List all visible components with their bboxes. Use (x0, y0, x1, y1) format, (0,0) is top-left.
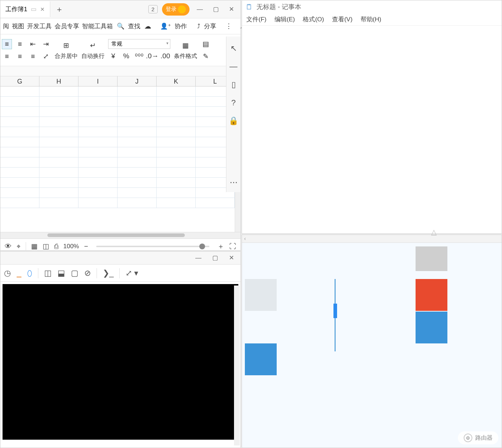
table-row[interactable] (0, 168, 235, 178)
cell[interactable] (0, 198, 39, 208)
cell[interactable] (157, 107, 196, 117)
cell[interactable] (78, 157, 118, 167)
cell[interactable] (39, 168, 78, 177)
cell[interactable] (157, 157, 196, 167)
cell[interactable] (157, 198, 196, 208)
cell[interactable] (157, 86, 196, 96)
prompt-icon[interactable]: ❯_ (103, 269, 114, 278)
cell[interactable] (78, 86, 118, 96)
decimal-inc-icon[interactable]: .0→ (147, 51, 157, 61)
more-icon[interactable]: ⋮ (224, 21, 233, 32)
tile-grey-small[interactable] (416, 246, 447, 271)
cell[interactable] (78, 198, 118, 208)
cursor-icon[interactable]: ↖ (230, 44, 237, 53)
split-bottom-icon[interactable]: ⬓ (58, 269, 65, 278)
close-icon[interactable]: ✕ (226, 4, 237, 14)
collab-button[interactable]: 👤⁺ 协作 (158, 19, 189, 33)
notepad-textarea[interactable] (242, 26, 502, 233)
cell[interactable] (78, 188, 118, 198)
add-tab-button[interactable]: ＋ (50, 4, 68, 15)
view-normal-icon[interactable]: ▦ (31, 242, 38, 250)
cell[interactable] (0, 157, 39, 167)
cell[interactable] (78, 137, 118, 147)
view-page-icon[interactable]: ◫ (43, 242, 49, 250)
cell[interactable] (78, 117, 118, 127)
cell[interactable] (39, 178, 78, 187)
maximize-icon[interactable]: ▢ (210, 4, 222, 14)
cell[interactable] (0, 188, 39, 198)
tile-blue[interactable] (245, 343, 277, 375)
table-row[interactable] (0, 86, 235, 97)
number-format-select[interactable]: 常规 ▾ (108, 39, 170, 49)
table-row[interactable] (0, 97, 235, 107)
minimize-icon[interactable]: — (194, 4, 206, 14)
cell[interactable] (0, 117, 39, 127)
orientation-icon[interactable]: ⤢ (41, 51, 51, 62)
login-button[interactable]: 登录 (162, 3, 190, 16)
menu-item[interactable]: 视图 (11, 21, 25, 32)
workbook-tab[interactable]: 工作簿1 ▭ ✕ (0, 1, 50, 17)
percent-icon[interactable]: % (121, 51, 131, 61)
currency-icon[interactable]: ¥ (108, 51, 118, 61)
table-row[interactable] (0, 127, 235, 137)
cell[interactable] (157, 188, 196, 198)
align-left-icon[interactable]: ≡ (2, 39, 12, 49)
tile-red[interactable] (416, 279, 447, 311)
cell[interactable] (118, 198, 157, 208)
table-row[interactable] (0, 117, 235, 127)
col-header[interactable]: I (78, 76, 118, 86)
close-icon[interactable]: ✕ (226, 253, 237, 263)
cell[interactable] (157, 168, 196, 177)
cell[interactable] (78, 97, 118, 106)
cell[interactable] (0, 107, 39, 117)
split-left-icon[interactable]: ◫ (44, 269, 52, 278)
more-dots-icon[interactable]: ⋯ (230, 178, 238, 187)
cell[interactable] (118, 157, 157, 167)
cell[interactable] (39, 188, 78, 198)
table-row[interactable] (0, 198, 235, 208)
fullscreen-icon[interactable]: ⛶ (229, 242, 236, 250)
cell[interactable] (196, 198, 235, 208)
align-center-icon[interactable]: ≡ (15, 39, 25, 49)
close-tab-icon[interactable]: ✕ (40, 6, 45, 13)
col-header[interactable]: G (0, 76, 39, 86)
cell[interactable] (39, 147, 78, 157)
menu-item[interactable]: 智能工具箱 (81, 21, 114, 32)
table-style-icon[interactable]: ▤ (201, 39, 211, 49)
scrollbar-thumb[interactable] (47, 233, 185, 237)
divider-handle[interactable] (333, 304, 337, 318)
view-break-icon[interactable]: ⎙ (54, 242, 58, 250)
cell[interactable] (39, 137, 78, 147)
formula-bar[interactable] (0, 66, 241, 76)
no-split-icon[interactable]: ⊘ (84, 269, 91, 278)
back-icon[interactable]: ‹ (244, 236, 246, 241)
menu-help[interactable]: 帮助(H) (361, 15, 382, 24)
cell[interactable] (78, 107, 118, 117)
terminal-scrollbar[interactable] (234, 286, 240, 445)
cell[interactable] (0, 168, 39, 177)
target-icon[interactable]: ⌖ (17, 242, 21, 250)
zoom-in-icon[interactable]: ＋ (217, 242, 224, 251)
maximize-icon[interactable]: ▢ (209, 253, 221, 263)
cell[interactable] (78, 178, 118, 187)
col-header[interactable]: K (157, 76, 196, 86)
horizontal-scrollbar[interactable] (0, 232, 241, 238)
cell[interactable] (39, 86, 78, 96)
underline-icon[interactable]: ⎯ (17, 269, 21, 278)
cell[interactable] (78, 127, 118, 137)
menu-file[interactable]: 文件(F) (246, 15, 267, 24)
cell[interactable] (157, 137, 196, 147)
cell[interactable] (118, 147, 157, 157)
cell[interactable] (118, 178, 157, 187)
cond-format-label[interactable]: 条件格式 (174, 52, 197, 60)
cell[interactable] (157, 178, 196, 187)
cell[interactable] (118, 86, 157, 96)
cell[interactable] (39, 97, 78, 106)
highlight-icon[interactable]: ⬯ (27, 269, 32, 278)
cell[interactable] (39, 117, 78, 127)
eye-icon[interactable]: 👁 (5, 242, 12, 250)
cell[interactable] (78, 168, 118, 177)
comma-icon[interactable]: ⁰⁰⁰ (134, 51, 144, 61)
zoom-out-icon[interactable]: − (84, 242, 88, 250)
menu-item[interactable]: 会员专享 (54, 21, 80, 32)
